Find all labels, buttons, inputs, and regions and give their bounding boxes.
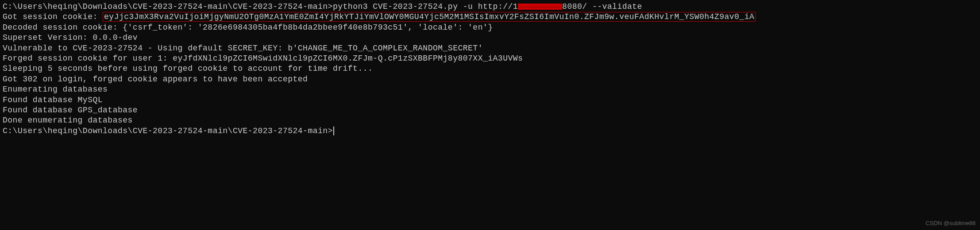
cookie-label: Got session cookie: [3,12,103,21]
vulnerable-line: Vulnerable to CVE-2023-27524 - Using def… [3,43,977,54]
prompt-text: C:\Users\heqing\Downloads\CVE-2023-27524… [3,2,333,11]
version-line: Superset Version: 0.0.0-dev [3,33,977,43]
session-cookie-line: Got session cookie: eyJjc3JmX3Rva2VuIjoi… [3,12,977,22]
enumerating-line: Enumerating databases [3,84,977,95]
redacted-ip: XX.XX.XX.XX [518,4,562,10]
cookie-value-highlight: eyJjc3JmX3Rva2VuIjoiMjgyNmU2OTg0MzA1YmE0… [103,12,756,22]
cursor-icon [333,126,334,135]
sleeping-line: Sleeping 5 seconds before using forged c… [3,64,977,74]
found-gps-line: Found database GPS_database [3,105,977,115]
got302-line: Got 302 on login, forged cookie appears … [3,74,977,84]
forged-cookie-line: Forged session cookie for user 1: eyJfdX… [3,54,977,64]
command-part-a: python3 CVE-2023-27524.py -u http://1 [333,2,518,11]
prompt-text: C:\Users\heqing\Downloads\CVE-2023-27524… [3,126,333,135]
decoded-cookie-line: Decoded session cookie: {'csrf_token': '… [3,23,977,33]
watermark-text: CSDN @sublime88 [926,220,976,227]
found-mysql-line: Found database MySQL [3,95,977,105]
command-line: C:\Users\heqing\Downloads\CVE-2023-27524… [3,2,977,12]
command-part-b: 8080/ --validate [562,2,642,11]
done-line: Done enumerating databases [3,115,977,126]
prompt-line[interactable]: C:\Users\heqing\Downloads\CVE-2023-27524… [3,126,977,136]
